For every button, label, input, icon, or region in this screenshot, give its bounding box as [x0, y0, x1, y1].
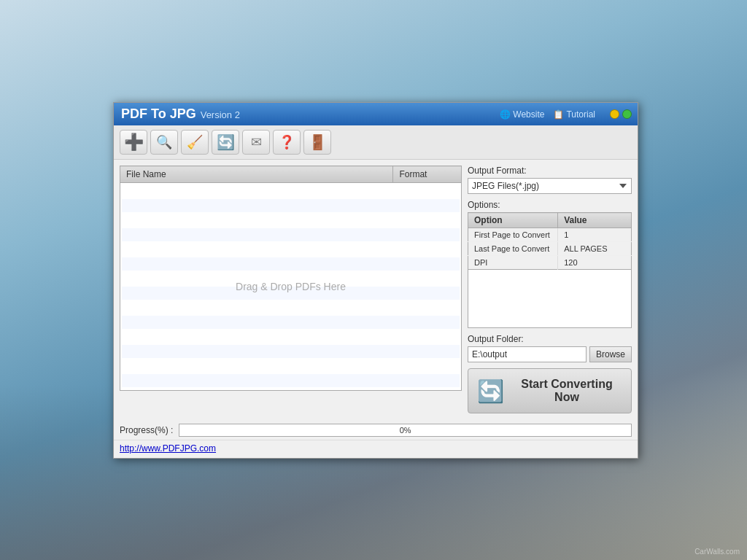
output-folder-label: Output Folder: [468, 334, 632, 344]
add-button[interactable]: ➕ [120, 130, 147, 155]
option-row-first-page: First Page to Convert 1 [468, 228, 632, 242]
progress-text: 0% [179, 424, 631, 436]
table-row [122, 214, 460, 227]
help-button[interactable]: ❓ [273, 130, 301, 155]
tutorial-icon: 📋 [553, 109, 564, 120]
email-icon: ✉ [251, 134, 262, 150]
title-bar-right: 🌐 Website 📋 Tutorial [500, 109, 632, 120]
option-name-last-page: Last Page to Convert [468, 242, 558, 256]
table-row [122, 228, 460, 241]
search-icon: 🔍 [156, 134, 172, 150]
maximize-button[interactable] [622, 109, 632, 119]
table-row [122, 257, 460, 271]
globe-icon: 🌐 [500, 109, 511, 120]
convert-label: Start Converting Now [511, 378, 622, 404]
open-button[interactable]: 🔍 [150, 130, 178, 155]
bottom-bar: http://www.PDFJPG.com [114, 440, 638, 458]
table-row [122, 184, 460, 198]
col-option-header: Option [468, 213, 558, 228]
add-icon: ➕ [124, 133, 144, 152]
options-section: Options: Option Value First Page to Conv… [468, 200, 632, 328]
table-row [122, 272, 460, 285]
watermark-text: CarWalls.com [694, 548, 740, 556]
window-controls [610, 109, 632, 119]
app-title: PDF To JPG [121, 106, 196, 122]
app-version: Version 2 [201, 109, 240, 120]
table-row [122, 359, 460, 373]
progress-track: 0% [179, 424, 632, 437]
refresh-toolbar-icon: 🔄 [217, 133, 235, 151]
email-button[interactable]: ✉ [242, 130, 270, 155]
option-value-last-page: ALL PAGES [558, 242, 632, 256]
table-row [122, 330, 460, 343]
output-format-label: Output Format: [468, 166, 632, 176]
convert-button[interactable]: 🔄 Start Converting Now [468, 368, 632, 413]
progress-label: Progress(%) : [120, 425, 173, 435]
col-format: Format [393, 166, 462, 183]
output-folder-row: Browse [468, 346, 632, 362]
website-url-link[interactable]: http://www.PDFJPG.com [120, 443, 216, 454]
toolbar: ➕ 🔍 🧹 🔄 ✉ ❓ 🚪 [114, 125, 638, 160]
option-row-dpi: DPI 120 [468, 256, 632, 270]
table-row [122, 199, 460, 212]
output-format-section: Output Format: JPEG Files(*.jpg)PNG File… [468, 166, 632, 194]
website-label: Website [513, 109, 544, 120]
option-name-dpi: DPI [468, 256, 558, 270]
table-row [122, 374, 460, 387]
title-bar: PDF To JPG Version 2 🌐 Website 📋 Tutoria… [114, 103, 638, 125]
tutorial-label: Tutorial [566, 109, 595, 120]
options-data-table: First Page to Convert 1 Last Page to Con… [468, 228, 632, 270]
output-folder-section: Output Folder: Browse [468, 334, 632, 362]
convert-icon: 🔄 [477, 378, 504, 404]
option-name-first-page: First Page to Convert [468, 228, 558, 242]
table-row [122, 287, 460, 300]
refresh-button[interactable]: 🔄 [212, 130, 239, 155]
options-label: Options: [468, 200, 632, 210]
help-icon: ❓ [279, 134, 295, 150]
options-header-table: Option Value [468, 212, 632, 228]
option-value-dpi: 120 [558, 256, 632, 270]
website-link[interactable]: 🌐 Website [500, 109, 544, 120]
browse-button[interactable]: Browse [589, 346, 632, 362]
app-window: PDF To JPG Version 2 🌐 Website 📋 Tutoria… [113, 102, 638, 459]
col-filename: File Name [120, 166, 393, 183]
table-row [122, 243, 460, 256]
format-select[interactable]: JPEG Files(*.jpg)PNG Files(*.png)BMP Fil… [468, 178, 632, 194]
option-row-last-page: Last Page to Convert ALL PAGES [468, 242, 632, 256]
file-table-header: File Name Format [120, 166, 462, 183]
table-row [122, 301, 460, 314]
progress-area: Progress(%) : 0% [114, 419, 638, 440]
table-row [122, 316, 460, 329]
table-row [122, 345, 460, 358]
folder-path-input[interactable] [468, 346, 587, 362]
tutorial-link[interactable]: 📋 Tutorial [553, 109, 595, 120]
broom-icon: 🧹 [187, 134, 203, 150]
clear-button[interactable]: 🧹 [181, 130, 209, 155]
option-value-first-page: 1 [558, 228, 632, 242]
file-panel: File Name Format [120, 166, 462, 413]
right-panel: Output Format: JPEG Files(*.jpg)PNG File… [468, 166, 632, 413]
file-rows [120, 183, 461, 389]
exit-button[interactable]: 🚪 [303, 130, 331, 155]
main-content: File Name Format [114, 160, 638, 419]
col-value-header: Value [558, 213, 632, 228]
minimize-button[interactable] [610, 109, 619, 119]
title-bar-left: PDF To JPG Version 2 [121, 106, 240, 122]
exit-icon: 🚪 [309, 133, 327, 151]
file-drop-area[interactable]: Drag & Drop PDFs Here [120, 183, 462, 391]
options-spacer [468, 270, 632, 328]
